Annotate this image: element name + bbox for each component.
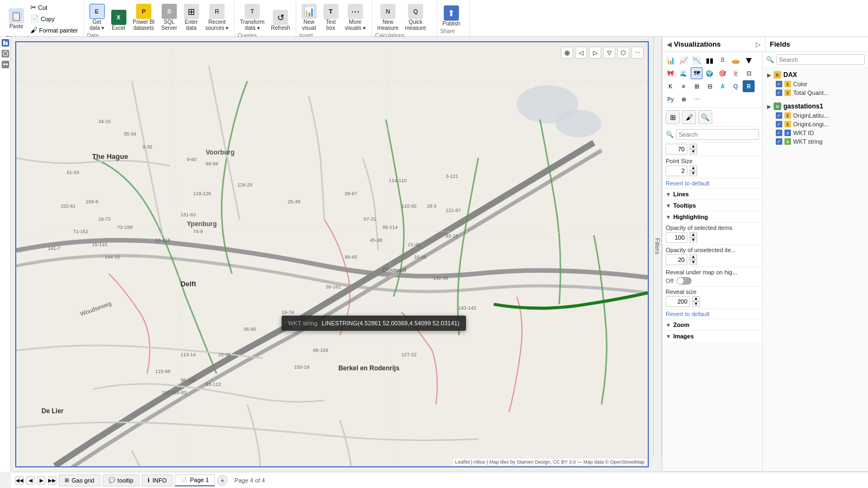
paste-button[interactable]: 📋 Paste <box>5 7 27 31</box>
opacity-unselected-down[interactable]: ▼ <box>690 260 697 265</box>
quick-measure-button[interactable]: Q Quickmeasure <box>403 2 428 33</box>
publish-button[interactable]: ⬆ Publish <box>441 4 463 28</box>
viz-analytics-button[interactable]: 🔍 <box>698 110 712 124</box>
new-measure-button[interactable]: N Newmeasure <box>375 2 401 33</box>
total-checkbox[interactable]: ✓ <box>776 89 782 96</box>
lines-section[interactable]: ▼ Lines <box>662 189 762 200</box>
text-box-button[interactable]: T Textbox <box>321 2 341 33</box>
get-data-button[interactable]: E Getdata ▾ <box>87 2 107 33</box>
wkt-string-checkbox[interactable]: ✓ <box>776 138 782 145</box>
viz-icon-custom1[interactable]: ⊕ <box>678 93 690 105</box>
tab-nav-prev-prev[interactable]: ◀◀ <box>15 476 24 485</box>
viz-icon-line[interactable]: 📈 <box>678 54 690 66</box>
opacity-selected-down[interactable]: ▼ <box>690 237 697 243</box>
opacity-unselected-input[interactable] <box>666 254 687 265</box>
viz-icon-filled-map[interactable]: 🌍 <box>704 67 716 79</box>
viz-icon-pie[interactable]: 🥧 <box>730 54 742 66</box>
gasstations-item-wkt-string[interactable]: ✓ A WKT string <box>765 137 866 146</box>
zoom-section[interactable]: ▼ Zoom <box>662 319 762 331</box>
lat-checkbox[interactable]: ✓ <box>776 112 782 119</box>
viz-icon-slicer[interactable]: ≡ <box>678 80 690 92</box>
sidebar-report-icon[interactable] <box>2 39 9 47</box>
viz-search-input[interactable] <box>676 129 759 140</box>
refresh-button[interactable]: ↺ Refresh <box>269 8 292 33</box>
viz-icon-waterfall[interactable]: 🌊 <box>678 67 690 79</box>
dax-item-color[interactable]: ✓ Σ Color <box>765 80 866 88</box>
excel-button[interactable]: X Excel <box>109 8 129 33</box>
viz-icon-kpi[interactable]: K <box>665 80 676 92</box>
viz-icon-ribbon[interactable]: 🎀 <box>665 67 676 79</box>
filter-count-down[interactable]: ▼ <box>690 149 697 155</box>
lon-checkbox[interactable]: ✓ <box>776 121 782 127</box>
viz-icon-qna[interactable]: Q <box>730 80 742 92</box>
wkt-id-checkbox[interactable]: ✓ <box>776 130 782 136</box>
add-page-button[interactable]: + <box>217 475 228 486</box>
color-checkbox[interactable]: ✓ <box>776 81 782 87</box>
viz-icon-custom2[interactable]: ⋯ <box>691 93 703 105</box>
images-section[interactable]: ▼ Images <box>662 331 762 342</box>
viz-icon-azure[interactable]: A <box>717 80 729 92</box>
tooltips-section[interactable]: ▼ Tooltips <box>662 200 762 211</box>
gasstations-item-latitude[interactable]: ✓ Σ OriginLatitu... <box>765 111 866 120</box>
map-focus-button[interactable]: ⬡ <box>617 47 629 59</box>
reveal-size-up[interactable]: ▲ <box>692 296 700 301</box>
gasstations-item-longitude[interactable]: ✓ Σ OriginLongi... <box>765 120 866 129</box>
more-visuals-button[interactable]: ⋯ Morevisuals ▾ <box>343 2 368 33</box>
enter-data-button[interactable]: ⊞ Enterdata <box>182 2 201 33</box>
opacity-selected-input[interactable] <box>666 232 687 243</box>
viz-field-button[interactable]: ⊞ <box>666 110 680 124</box>
reveal-size-down[interactable]: ▼ <box>692 301 700 307</box>
point-size-down[interactable]: ▼ <box>690 171 697 176</box>
reveal-size-input[interactable] <box>666 296 690 307</box>
filter-count-input[interactable] <box>666 144 687 155</box>
fields-tab-header[interactable]: Fields <box>765 37 868 52</box>
viz-icon-funnel[interactable]: ⯆ <box>743 54 755 66</box>
tab-page1[interactable]: 📄 Page 1 <box>175 474 215 486</box>
dax-header[interactable]: ▶ D DAX <box>765 70 866 80</box>
map-container[interactable]: ⊕ ◁ ▷ ▽ ⬡ ⋯ The Hague Voorburg Ypenburg … <box>15 41 649 467</box>
tab-nav-next[interactable]: ▶ <box>37 476 46 485</box>
cut-button[interactable]: ✂Cut <box>28 2 80 12</box>
filters-tab[interactable]: Filters <box>653 37 662 455</box>
opacity-selected-up[interactable]: ▲ <box>690 232 697 237</box>
map-forward-button[interactable]: ▷ <box>589 47 601 59</box>
recent-sources-button[interactable]: R Recentsources ▾ <box>203 2 231 33</box>
viz-icon-area[interactable]: 📉 <box>691 54 703 66</box>
sidebar-data-icon[interactable] <box>2 50 9 57</box>
filter-count-up[interactable]: ▲ <box>690 144 697 149</box>
fields-search-input[interactable] <box>776 54 865 65</box>
point-size-up[interactable]: ▲ <box>690 165 697 171</box>
viz-icon-card[interactable]: 🃏 <box>730 67 742 79</box>
map-filter-button[interactable]: ▽ <box>603 47 615 59</box>
gasstations-header[interactable]: ▶ G gasstations1 <box>765 101 866 111</box>
transform-data-button[interactable]: T Transformdata ▾ <box>238 2 266 33</box>
viz-format-button[interactable]: 🖌 <box>682 110 696 124</box>
expand-icon[interactable]: ▷ <box>756 41 761 48</box>
powerbi-datasets-button[interactable]: P Power BIdatasets <box>131 2 157 33</box>
gasstations-item-wkt-id[interactable]: ✓ # WKT ID <box>765 129 866 137</box>
tab-gas-grid[interactable]: ⊞ Gas grid <box>59 474 100 486</box>
format-painter-button[interactable]: 🖌Format painter <box>28 25 80 35</box>
sql-server-button[interactable]: S SQLServer <box>159 2 179 33</box>
new-visual-button[interactable]: 📊 Newvisual <box>299 2 319 33</box>
visualizations-tab-header[interactable]: ◀ Visualizations ▷ <box>662 37 765 52</box>
viz-icon-multi-card[interactable]: ⊡ <box>743 67 755 79</box>
highlighting-section[interactable]: ▼ Highlighting <box>662 211 762 223</box>
opacity-unselected-up[interactable]: ▲ <box>690 254 697 260</box>
viz-icon-map[interactable]: 🗺 <box>691 67 703 79</box>
tab-nav-next-next[interactable]: ▶▶ <box>48 476 56 485</box>
viz-icon-matrix[interactable]: ⊟ <box>704 80 716 92</box>
reveal-toggle[interactable] <box>676 277 692 285</box>
viz-icon-bar[interactable]: ▮▮ <box>704 54 716 66</box>
viz-icon-scatter[interactable]: ⠿ <box>717 54 729 66</box>
tab-info[interactable]: ℹ INFO <box>142 474 173 486</box>
collapse-arrow[interactable]: ◀ <box>667 41 672 48</box>
map-more-button[interactable]: ⋯ <box>631 47 643 59</box>
revert-default-link-2[interactable]: Revert to default <box>666 311 710 317</box>
dax-item-total[interactable]: ✓ Σ Total Quant... <box>765 88 866 97</box>
tab-nav-prev[interactable]: ◀ <box>26 476 35 485</box>
point-size-input[interactable] <box>666 165 687 176</box>
viz-icon-table[interactable]: ⊞ <box>691 80 703 92</box>
map-reset-button[interactable]: ⊕ <box>561 47 573 59</box>
map-back-button[interactable]: ◁ <box>575 47 587 59</box>
